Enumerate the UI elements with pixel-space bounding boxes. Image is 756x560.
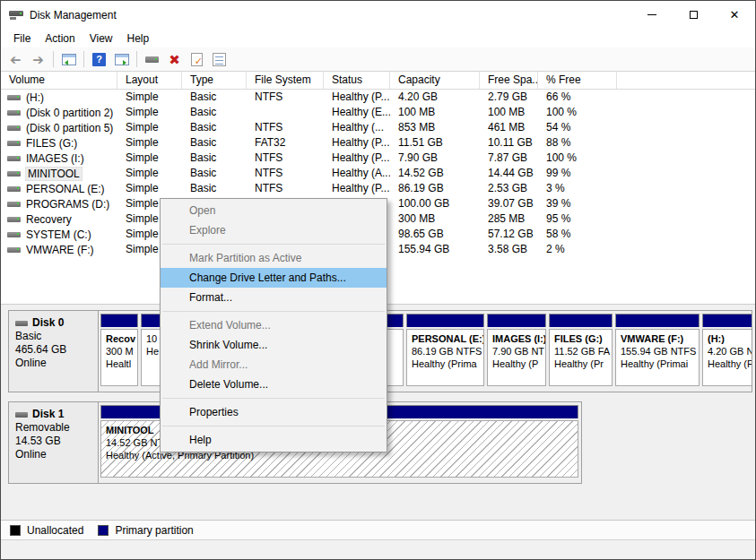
table-cell: 14.52 GB xyxy=(390,166,480,181)
menu-file[interactable]: File xyxy=(6,30,38,47)
partition-files-g[interactable]: FILES (G:)11.52 GB FAHealthy (Pr xyxy=(549,314,613,386)
table-cell xyxy=(617,181,755,196)
partition-vmware-f[interactable]: VMWARE (F:)155.94 GB NTFSHealthy (Primai xyxy=(615,314,700,386)
table-cell: NTFS xyxy=(247,166,324,181)
disk-0-panel[interactable]: Disk 0 Basic 465.64 GB Online xyxy=(9,311,99,392)
menu-separator xyxy=(162,244,385,245)
partition-images-i[interactable]: IMAGES (I:)7.90 GB NTHealthy (P xyxy=(487,314,546,386)
menu-item-explore: Explore xyxy=(161,220,387,240)
properties-button[interactable] xyxy=(209,49,230,69)
volume-label: FILES (G:) xyxy=(26,137,77,150)
table-cell: Healthy (... xyxy=(324,120,390,135)
table-cell xyxy=(617,151,755,166)
menu-item-format[interactable]: Format... xyxy=(161,288,387,307)
table-cell xyxy=(617,211,755,227)
menu-action[interactable]: Action xyxy=(38,30,82,47)
column-header-capacity[interactable]: Capacity xyxy=(390,72,480,89)
volume-label: SYSTEM (C:) xyxy=(26,228,91,241)
table-cell: Basic xyxy=(182,181,247,196)
menu-item-properties[interactable]: Properties xyxy=(161,402,387,422)
maximize-button[interactable] xyxy=(673,1,714,29)
primary-partition-bar xyxy=(615,314,700,327)
disk-1-panel[interactable]: Disk 1 Removable 14.53 GB Online xyxy=(9,402,99,483)
table-cell: 100.00 GB xyxy=(390,196,480,211)
table-cell: 2.53 GB xyxy=(480,181,538,196)
column-header-layout[interactable]: Layout xyxy=(117,72,182,89)
menu-item-change-drive-letter-and-paths[interactable]: Change Drive Letter and Paths... xyxy=(161,268,387,288)
partition-body: FILES (G:)11.52 GB FAHealthy (Pr xyxy=(549,329,613,386)
partition-name: Recov xyxy=(106,332,137,345)
list-document-icon xyxy=(213,53,226,66)
table-row-disk-0-partition-5[interactable]: (Disk 0 partition 5)SimpleBasicNTFSHealt… xyxy=(1,120,755,135)
column-header-free-spa[interactable]: Free Spa... xyxy=(480,72,538,89)
delete-volume-button[interactable]: ✖ xyxy=(164,49,185,69)
partition-body: (H:)4.20 GB NTHealthy (P xyxy=(702,329,752,386)
menu-item-shrink-volume[interactable]: Shrink Volume... xyxy=(161,335,387,355)
primary-partition-bar xyxy=(100,314,138,327)
table-cell: Basic xyxy=(182,166,247,181)
menu-item-add-mirror: Add Mirror... xyxy=(161,355,387,375)
check-document-icon xyxy=(191,53,203,66)
column-header-volume[interactable]: Volume xyxy=(1,72,117,89)
action-pane-button[interactable] xyxy=(111,49,132,69)
menu-item-delete-volume[interactable]: Delete Volume... xyxy=(161,375,387,394)
minimize-button[interactable] xyxy=(631,1,673,29)
delete-x-icon: ✖ xyxy=(169,53,180,66)
volume-cell: (Disk 0 partition 5) xyxy=(1,120,117,135)
table-cell xyxy=(617,105,755,120)
table-row-files-g[interactable]: FILES (G:)SimpleBasicFAT32Healthy (P...1… xyxy=(1,135,755,151)
table-row-disk-0-partition-2[interactable]: (Disk 0 partition 2)SimpleBasicHealthy (… xyxy=(1,105,755,120)
table-row-minitool[interactable]: MINITOOLSimpleBasicNTFSHealthy (A...14.5… xyxy=(1,166,755,181)
partition-body: VMWARE (F:)155.94 GB NTFSHealthy (Primai xyxy=(615,329,700,386)
drive-icon xyxy=(7,156,21,161)
table-cell: 57.12 GB xyxy=(480,227,538,242)
volume-cell: (H:) xyxy=(1,90,117,105)
volume-cell: MINITOOL xyxy=(1,166,117,181)
help-button[interactable]: ? xyxy=(89,49,109,69)
table-row-images-i[interactable]: IMAGES (I:)SimpleBasicNTFSHealthy (P...7… xyxy=(1,151,755,166)
column-header-file-system[interactable]: File System xyxy=(247,72,324,89)
table-cell xyxy=(247,105,324,120)
mark-active-button[interactable] xyxy=(187,49,207,69)
back-button[interactable]: ➔ xyxy=(5,49,26,69)
table-row-personal-e[interactable]: PERSONAL (E:)SimpleBasicNTFSHealthy (P..… xyxy=(1,181,755,196)
table-row-h[interactable]: (H:)SimpleBasicNTFSHealthy (P...4.20 GB2… xyxy=(1,90,755,105)
console-tree-button[interactable] xyxy=(58,49,79,69)
title-bar: Disk Management ✕ xyxy=(1,1,755,29)
volume-label: VMWARE (F:) xyxy=(26,244,94,256)
menu-item-help[interactable]: Help xyxy=(161,430,387,450)
drive-icon xyxy=(145,56,159,63)
back-arrow-icon: ➔ xyxy=(10,53,22,66)
table-cell: Healthy (P... xyxy=(324,151,390,166)
column-header-%-free[interactable]: % Free xyxy=(538,72,617,89)
column-header-blank[interactable] xyxy=(617,72,755,89)
menu-view[interactable]: View xyxy=(83,30,120,47)
table-cell xyxy=(617,120,755,135)
table-cell: 14.44 GB xyxy=(480,166,538,181)
menu-help[interactable]: Help xyxy=(120,30,157,47)
volume-cell: PERSONAL (E:) xyxy=(1,181,117,196)
legend-primary-partition-label: Primary partition xyxy=(115,524,193,537)
partition-size: 7.90 GB NT xyxy=(492,345,545,358)
table-cell xyxy=(617,227,755,242)
column-header-type[interactable]: Type xyxy=(182,72,247,89)
table-cell: 2.79 GB xyxy=(480,90,538,105)
drive-popup-button[interactable] xyxy=(142,49,162,69)
volume-table-header: VolumeLayoutTypeFile SystemStatusCapacit… xyxy=(1,72,755,90)
forward-button[interactable]: ➔ xyxy=(28,49,48,69)
partition-personal-e[interactable]: PERSONAL (E:)86.19 GB NTFSHealthy (Prima xyxy=(406,314,484,386)
column-header-status[interactable]: Status xyxy=(324,72,390,89)
table-cell: 3.58 GB xyxy=(480,242,538,257)
partition-recov[interactable]: Recov300 MHealtl xyxy=(100,314,138,386)
table-cell: 98.65 GB xyxy=(390,227,480,242)
table-cell xyxy=(617,90,755,105)
volume-label: (Disk 0 partition 2) xyxy=(26,107,113,119)
close-icon: ✕ xyxy=(730,9,740,21)
partition-h[interactable]: (H:)4.20 GB NTHealthy (P xyxy=(702,314,752,386)
partition-name: PERSONAL (E:) xyxy=(412,332,483,345)
partition-status: Healthy (P xyxy=(708,358,752,370)
table-cell: 853 MB xyxy=(390,120,480,135)
drive-icon xyxy=(7,125,21,131)
close-button[interactable]: ✕ xyxy=(714,1,755,29)
unallocated-swatch xyxy=(10,525,21,536)
